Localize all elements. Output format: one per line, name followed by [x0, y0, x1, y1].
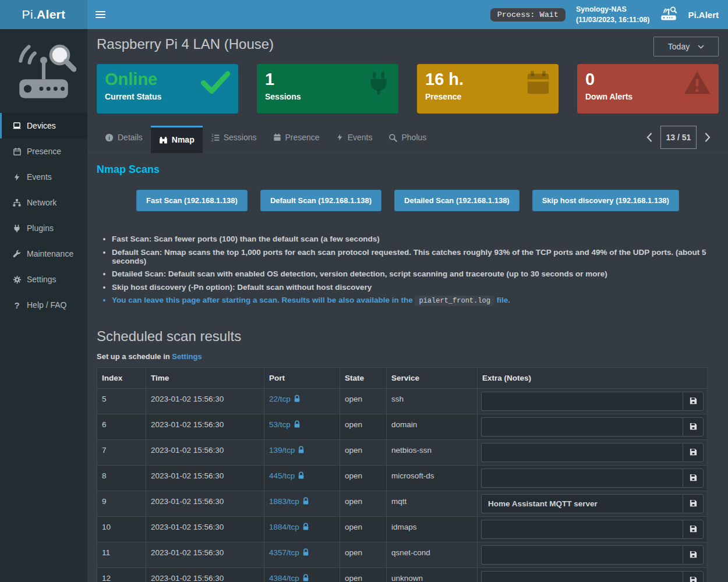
save-note-button[interactable] — [683, 520, 704, 539]
sidebar-item-presence[interactable]: Presence — [0, 139, 87, 164]
port-link[interactable]: 22/tcp — [269, 395, 291, 403]
cell-note — [478, 414, 708, 440]
sidebar-item-settings[interactable]: Settings — [0, 267, 87, 292]
laptop-icon — [12, 121, 22, 130]
scan-note: Default Scan: Nmap scans the top 1,000 p… — [112, 248, 719, 265]
cell-port: 1883/tcp — [264, 491, 340, 517]
cell-index: 12 — [97, 568, 146, 582]
sidebar-item-devices[interactable]: Devices — [0, 113, 87, 139]
scan-button[interactable]: Default Scan (192.168.1.138) — [260, 190, 381, 211]
chevron-down-icon — [698, 45, 704, 49]
chevron-right-icon — [705, 133, 711, 142]
cell-service: netbios-ssn — [387, 440, 478, 466]
tab-nmap[interactable]: Nmap — [151, 126, 203, 153]
cell-index: 7 — [97, 440, 146, 466]
period-dropdown[interactable]: Today — [653, 37, 719, 56]
port-link[interactable]: 53/tcp — [269, 420, 291, 429]
cell-service: unknown — [387, 568, 478, 582]
cell-note — [478, 491, 708, 517]
tab-events[interactable]: Events — [328, 126, 381, 149]
scan-results-table: Index Time Port State Service Extra (Not… — [97, 367, 708, 582]
cell-note — [478, 568, 708, 582]
scan-button[interactable]: Fast Scan (192.168.1.138) — [136, 190, 248, 211]
nmap-section-title: Nmap Scans — [97, 164, 719, 176]
cell-state: open — [340, 491, 387, 517]
tab-details[interactable]: i Details — [97, 126, 151, 149]
save-note-button[interactable] — [683, 392, 704, 411]
port-link[interactable]: 139/tcp — [269, 446, 295, 455]
cell-note — [478, 389, 708, 414]
cell-time: 2023-01-02 15:56:30 — [146, 568, 264, 582]
sidebar-item-events[interactable]: Events — [0, 164, 87, 190]
scan-button[interactable]: Skip host discovery (192.168.1.138) — [532, 190, 679, 211]
sidebar-item-help[interactable]: ? Help / FAQ — [0, 292, 87, 318]
tab-label: Details — [118, 133, 143, 142]
tab-pholus[interactable]: Pholus — [380, 126, 434, 149]
cell-port: 445/tcp — [264, 466, 340, 491]
cell-service: microsoft-ds — [387, 466, 478, 491]
menu-toggle-icon[interactable] — [87, 0, 114, 29]
lock-icon — [302, 575, 309, 582]
save-note-button[interactable] — [683, 443, 704, 462]
save-note-button[interactable] — [683, 571, 704, 582]
lock-icon — [302, 524, 309, 533]
cell-time: 2023-01-02 15:56:30 — [146, 517, 264, 542]
note-input[interactable] — [481, 545, 683, 565]
port-link[interactable]: 4384/tcp — [269, 574, 299, 582]
port-link[interactable]: 445/tcp — [269, 471, 295, 480]
port-link[interactable]: 4357/tcp — [269, 548, 299, 557]
save-note-button[interactable] — [683, 494, 704, 513]
sidebar-item-maintenance[interactable]: Maintenance — [0, 241, 87, 267]
warning-icon — [683, 70, 711, 98]
cell-index: 10 — [97, 517, 146, 542]
note-input[interactable] — [481, 469, 683, 488]
cell-service: ssh — [387, 389, 478, 414]
card-down-alerts: 0 Down Alerts — [577, 64, 719, 113]
note-input[interactable] — [481, 417, 683, 436]
sidebar-item-label: Events — [27, 172, 52, 182]
pager-prev-button[interactable] — [638, 126, 660, 149]
calendar-icon — [273, 133, 281, 141]
calendar-icon — [525, 70, 551, 98]
sidebar-item-network[interactable]: Network — [0, 190, 87, 215]
cell-time: 2023-01-02 15:56:30 — [146, 440, 264, 466]
scheduled-results-title: Scheduled scan results — [97, 328, 719, 345]
cell-service: qsnet-cond — [387, 542, 478, 568]
list-ol-icon: 12 — [211, 133, 220, 142]
svg-text:1: 1 — [211, 133, 214, 137]
binoculars-icon — [159, 136, 168, 144]
tab-label: Events — [348, 133, 373, 142]
save-icon — [689, 448, 698, 458]
sitemap-icon — [12, 198, 22, 207]
cell-port: 22/tcp — [264, 389, 340, 414]
scan-buttons: Fast Scan (192.168.1.138) Default Scan (… — [97, 190, 719, 211]
settings-link[interactable]: Settings — [172, 352, 202, 361]
pager-next-button[interactable] — [697, 126, 719, 149]
note-input[interactable] — [481, 443, 683, 462]
save-note-button[interactable] — [683, 417, 704, 436]
table-row: 12 2023-01-02 15:56:30 4384/tcp open unk… — [97, 568, 708, 582]
sidebar-item-plugins[interactable]: Plugins — [0, 215, 87, 241]
port-link[interactable]: 1884/tcp — [269, 523, 299, 531]
note-input[interactable] — [481, 494, 683, 513]
cell-time: 2023-01-02 15:56:30 — [146, 414, 264, 440]
cell-service: mqtt — [387, 491, 478, 517]
save-note-button[interactable] — [683, 469, 704, 488]
card-sessions: 1 Sessions — [257, 64, 398, 113]
cell-state: open — [340, 542, 387, 568]
calendar-icon — [12, 147, 22, 156]
port-link[interactable]: 1883/tcp — [269, 497, 299, 506]
header-state: State — [340, 368, 387, 389]
tab-presence[interactable]: Presence — [265, 126, 328, 149]
tab-label: Sessions — [224, 133, 257, 142]
note-input[interactable] — [481, 392, 683, 411]
tab-sessions[interactable]: 12 Sessions — [203, 126, 265, 149]
note-input[interactable] — [481, 520, 683, 539]
header-port: Port — [264, 368, 340, 389]
note-input[interactable] — [481, 571, 683, 582]
top-navbar: Pi.Alert Process: Wait Synology-NAS (11/… — [0, 0, 728, 29]
search-icon — [388, 133, 397, 142]
scan-button[interactable]: Detailed Scan (192.168.1.138) — [394, 190, 520, 211]
save-note-button[interactable] — [683, 545, 704, 565]
table-row: 10 2023-01-02 15:56:30 1884/tcp open idm… — [97, 517, 708, 542]
